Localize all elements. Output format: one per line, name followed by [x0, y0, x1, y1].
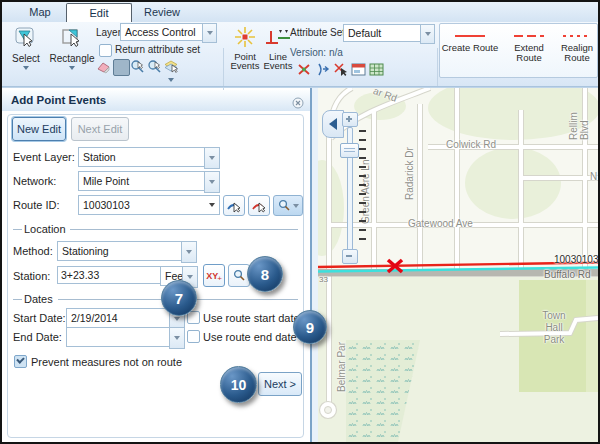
network-combobox-arrow[interactable] — [204, 171, 220, 193]
route-id-combobox[interactable]: 10030103 — [78, 195, 220, 215]
network-combobox[interactable]: Mile Point — [78, 171, 206, 191]
prevent-measures-checkbox[interactable] — [14, 355, 27, 368]
selectable-layers-icon[interactable] — [113, 59, 130, 76]
chevron-down-icon — [187, 275, 193, 279]
select-button[interactable]: Select — [6, 25, 46, 70]
slider-tick — [359, 193, 366, 195]
street-label-colwick-rd: Colwick Rd — [446, 139, 496, 150]
station-label: Station: — [13, 270, 50, 282]
realign-route-label: Realign Route — [557, 43, 597, 63]
location-group-label: Location — [24, 223, 66, 235]
create-route-icon — [455, 35, 485, 37]
station-input[interactable] — [57, 266, 163, 284]
tab-review[interactable]: Review — [132, 3, 192, 21]
merge-events-icon[interactable] — [315, 62, 330, 77]
zoom-out-button[interactable] — [342, 249, 358, 264]
slider-tick — [359, 220, 366, 222]
clear-selection-eraser-icon[interactable] — [96, 59, 111, 74]
pan-to-selection-icon[interactable] — [147, 59, 162, 74]
extend-route-label: Extend Route — [503, 43, 555, 63]
rectangle-button-label: Rectangle — [49, 54, 94, 64]
event-layer-combobox[interactable]: Station — [78, 147, 206, 167]
route-id-map-label: 10030103 — [554, 254, 598, 265]
chevron-down-icon — [209, 180, 215, 184]
select-tool-icon — [13, 25, 39, 54]
next-button[interactable]: Next > — [258, 372, 302, 396]
create-route-label: Create Route — [442, 43, 499, 53]
create-route-button[interactable]: Create Route — [441, 30, 499, 53]
point-events-label: Point Events — [227, 52, 263, 71]
application-window: Map Edit Review Select — [0, 0, 600, 444]
chevron-down-icon — [168, 78, 174, 82]
chevron-down-icon — [209, 203, 215, 207]
new-edit-button[interactable]: New Edit — [12, 117, 66, 141]
chevron-down-icon — [209, 156, 215, 160]
attribute-set-combobox-arrow[interactable] — [420, 24, 435, 44]
route-search-dropdown-button[interactable] — [273, 195, 303, 216]
magnifier-icon — [233, 269, 246, 282]
rectangle-tool-icon — [59, 25, 85, 54]
tab-edit[interactable]: Edit — [66, 3, 132, 22]
ribbon-tab-bar: Map Edit Review — [2, 2, 598, 23]
method-combobox[interactable]: Stationing — [57, 241, 183, 261]
chevron-down-icon — [69, 66, 75, 70]
chevron-down-icon — [425, 32, 431, 36]
chevron-down-icon — [293, 204, 299, 208]
event-table-icon[interactable] — [369, 62, 384, 77]
route-id-label: Route ID: — [13, 199, 59, 211]
start-date-label: Start Date: — [13, 312, 66, 324]
network-label: Network: — [13, 175, 56, 187]
start-date-picker[interactable]: 2/19/2014 — [66, 308, 171, 328]
event-layer-combobox-arrow[interactable] — [204, 147, 220, 169]
map-canvas[interactable]: ar Rd Colwick Rd Rellim Blvd Green Acre … — [318, 88, 598, 442]
end-date-picker-arrow[interactable] — [169, 327, 185, 349]
zoom-slider-handle[interactable] — [340, 143, 359, 158]
chevron-down-icon — [174, 317, 180, 321]
method-combobox-arrow[interactable] — [181, 241, 197, 263]
chevron-down-icon — [23, 66, 29, 70]
version-label: Version: n/a — [290, 47, 343, 58]
street-label-gatewood-ave: Gatewood Ave — [408, 218, 473, 229]
street-label-rellim-blvd: Rellim Blvd — [568, 92, 590, 140]
prevent-measures-label: Prevent measures not on route — [31, 356, 182, 368]
point-events-button[interactable]: Point Events — [227, 25, 263, 71]
selection-layers-icon[interactable] — [164, 59, 179, 74]
clear-route-selection-button[interactable] — [248, 195, 270, 216]
split-event-icon[interactable] — [297, 62, 312, 77]
attribute-set-label: Attribute Set: — [290, 27, 348, 38]
extend-route-button[interactable]: Extend Route — [503, 30, 555, 63]
zoom-in-button[interactable] — [342, 112, 358, 127]
measure-label-33: 33 — [319, 275, 328, 284]
move-event-icon[interactable] — [333, 62, 348, 77]
collapse-arrow-icon — [329, 118, 337, 130]
slider-tick — [359, 229, 366, 231]
method-label: Method: — [13, 245, 53, 257]
use-route-end-date-checkbox[interactable] — [187, 330, 200, 343]
return-attribute-set-checkbox[interactable] — [99, 44, 112, 57]
tab-map[interactable]: Map — [16, 3, 64, 21]
xy-location-button[interactable]: XY + — [203, 264, 225, 287]
slider-tick — [359, 211, 366, 213]
layer-combobox[interactable]: Access Control — [120, 23, 204, 41]
rectangle-button[interactable]: Rectangle — [48, 25, 96, 70]
event-attributes-window-icon[interactable] — [351, 62, 366, 77]
end-date-picker[interactable] — [66, 327, 171, 347]
chevron-down-icon — [186, 250, 192, 254]
slider-tick — [359, 139, 366, 141]
close-icon[interactable] — [292, 95, 304, 107]
street-label-radarick-dr: Radarick Dr — [404, 144, 415, 200]
dates-group-label: Dates — [24, 293, 53, 305]
return-attribute-set-label: Return attribute set — [115, 44, 200, 55]
street-label-buffalo-rd: Buffalo Rd — [544, 269, 591, 280]
street-label-green-acre-ln: Green Acre Ln — [360, 154, 371, 224]
realign-route-button[interactable]: Realign Route — [557, 30, 597, 63]
collapse-panel-tab[interactable] — [322, 110, 344, 138]
zoom-to-selection-icon[interactable] — [130, 59, 145, 74]
select-route-on-map-button[interactable] — [223, 195, 245, 216]
town-hall-park-label: Town Hall Park — [522, 310, 586, 346]
line-events-icon — [264, 25, 292, 52]
next-edit-button[interactable]: Next Edit — [71, 117, 129, 141]
layer-combobox-arrow[interactable] — [202, 23, 217, 43]
route-picker-blue-icon — [227, 199, 241, 213]
attribute-set-combobox[interactable]: Default — [343, 24, 422, 42]
